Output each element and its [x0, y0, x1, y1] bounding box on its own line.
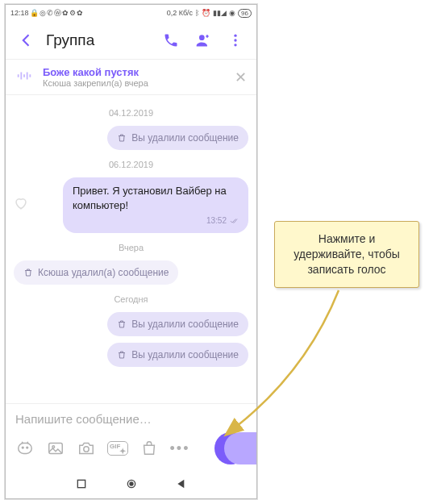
chat-header: Группа: [6, 21, 256, 60]
date-separator: 06.12.2019: [6, 160, 256, 169]
svg-point-1: [234, 34, 236, 36]
message-row: Вы удалили сообщение: [6, 310, 256, 338]
callout-text: Нажмите и удерживайте, чтобы записать го…: [294, 232, 400, 276]
deleted-message[interactable]: Вы удалили сообщение: [107, 126, 248, 150]
date-separator: 04.12.2019: [6, 108, 256, 118]
message-input[interactable]: Напишите сообщение…: [15, 412, 247, 432]
date-separator: Сегодня: [6, 294, 256, 304]
svg-rect-11: [77, 480, 85, 487]
phone-frame: 12:18 🔒 ◎ ✆ ⓦ ✿ ⚙ ✿ 0,2 Кб/с ᛒ ⏰ ▮▮◢ ◉ 9…: [5, 4, 257, 499]
vk-icon: ⓦ: [54, 8, 61, 19]
shop-icon[interactable]: [139, 439, 159, 458]
message-row: Вы удалили сообщение: [6, 341, 256, 369]
nav-home-button[interactable]: [125, 477, 138, 490]
status-icons-right: 0,2 Кб/с ᛒ ⏰ ▮▮◢ ◉ 96: [167, 9, 252, 18]
message-row: Вы удалили сообщение: [6, 124, 256, 152]
more-icon[interactable]: •••: [170, 439, 189, 458]
more-button[interactable]: [223, 27, 248, 53]
call-button[interactable]: [158, 27, 184, 53]
svg-point-9: [84, 447, 89, 452]
like-icon[interactable]: [14, 196, 28, 214]
system-navbar: [6, 469, 256, 498]
deleted-message[interactable]: Вы удалили сообщение: [107, 312, 248, 336]
sticker-icon[interactable]: [15, 439, 35, 458]
status-speed: 0,2 Кб/с: [167, 9, 193, 17]
gif-button[interactable]: GIF ✦: [107, 441, 128, 456]
battery-icon: 96: [238, 9, 252, 18]
pinned-message[interactable]: Боже какой пустяк Ксюша закрепил(а) вчер…: [6, 60, 256, 95]
message-row: Ксюша удалил(а) сообщение: [6, 259, 256, 286]
pinned-subtitle: Ксюша закрепил(а) вчера: [43, 78, 227, 88]
settings2-icon: ⚙: [69, 9, 76, 17]
tooltip-callout: Нажмите и удерживайте, чтобы записать го…: [274, 221, 419, 288]
signal-icon: ▮▮◢: [213, 9, 227, 17]
settings1-icon: ✿: [62, 9, 69, 17]
deleted-message[interactable]: Вы удалили сообщение: [107, 343, 248, 367]
message-row: Привет. Я установил Вайбер на компьютер!…: [6, 176, 256, 235]
back-button[interactable]: [14, 27, 40, 53]
whatsapp-icon: ✆: [47, 9, 53, 17]
sound-wave-icon: [15, 67, 35, 88]
send-button-edge[interactable]: [224, 432, 256, 464]
svg-point-3: [234, 44, 236, 46]
wifi-icon: ◉: [229, 9, 235, 17]
status-time: 12:18: [10, 9, 29, 17]
pinned-title: Боже какой пустяк: [43, 66, 227, 78]
instagram-icon: ◎: [40, 9, 46, 17]
messages-area[interactable]: 04.12.2019 Вы удалили сообщение 06.12.20…: [6, 95, 256, 403]
svg-point-6: [27, 447, 28, 448]
message-text: Привет. Я установил Вайбер на компьютер!: [73, 185, 227, 211]
svg-point-13: [130, 482, 133, 485]
close-pinned-button[interactable]: ✕: [235, 69, 247, 86]
status-icons-left: 12:18 🔒 ◎ ✆ ⓦ ✿ ⚙ ✿: [10, 8, 83, 19]
lock-icon: 🔒: [30, 9, 39, 17]
add-user-button[interactable]: [190, 27, 216, 53]
nav-back-button[interactable]: [175, 477, 188, 490]
bluetooth-icon: ᛒ: [195, 9, 199, 17]
deleted-text: Ксюша удалил(а) сообщение: [38, 267, 169, 278]
compose-toolbar: GIF ✦ •••: [15, 432, 247, 464]
date-separator: Вчера: [6, 243, 256, 252]
compose-area: Напишите сообщение… GIF ✦ •••: [6, 403, 256, 469]
deleted-text: Вы удалили сообщение: [131, 349, 239, 360]
svg-point-5: [22, 447, 23, 448]
message-time: 13:52: [73, 215, 239, 227]
svg-point-0: [199, 35, 205, 40]
svg-point-2: [234, 39, 236, 41]
deleted-text: Вы удалили сообщение: [131, 132, 239, 144]
gallery-icon[interactable]: [46, 439, 65, 458]
camera-icon[interactable]: [77, 439, 96, 458]
status-bar: 12:18 🔒 ◎ ✆ ⓦ ✿ ⚙ ✿ 0,2 Кб/с ᛒ ⏰ ▮▮◢ ◉ 9…: [6, 5, 256, 21]
chat-title[interactable]: Группа: [46, 31, 152, 49]
svg-rect-4: [19, 444, 32, 454]
sent-message[interactable]: Привет. Я установил Вайбер на компьютер!…: [63, 177, 248, 233]
alarm-icon: ⏰: [202, 9, 210, 17]
settings3-icon: ✿: [77, 9, 83, 17]
nav-recent-button[interactable]: [75, 477, 88, 490]
deleted-text: Вы удалили сообщение: [131, 319, 239, 330]
deleted-message[interactable]: Ксюша удалил(а) сообщение: [14, 260, 178, 285]
